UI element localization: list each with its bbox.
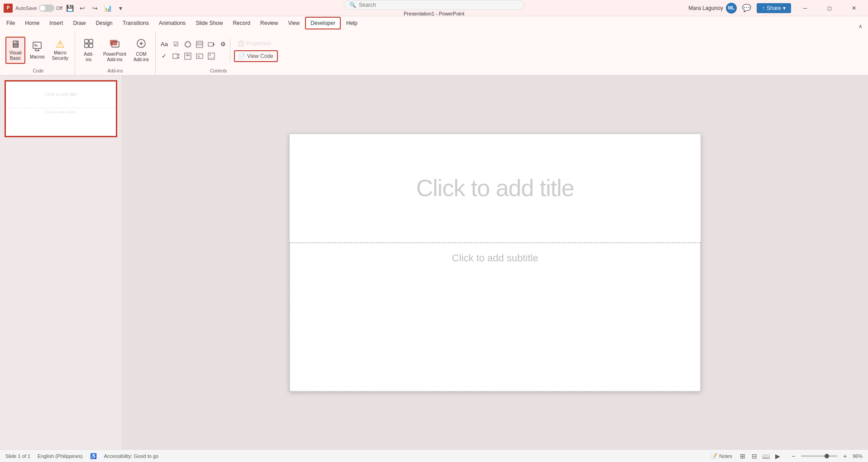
minimize-button[interactable]: ─ [795,0,816,16]
zoom-in-button[interactable]: + [840,451,850,461]
macros-button[interactable]: Macros [27,39,48,62]
ribbon: File Home Insert Draw Design Transitions… [0,16,868,76]
slideshow-button[interactable]: ▶ [773,451,783,461]
checkbox-icon[interactable]: ☑ [171,39,181,49]
search-input[interactable] [359,2,519,8]
toolbar: 🖥 VisualBasic Macros [0,30,868,75]
controls-group-label: Controls [210,68,227,75]
reading-view-button[interactable]: 📖 [761,451,771,461]
addins-group-items: Add-ins PowerPointAdd-ins [79,32,152,68]
close-button[interactable]: ✕ [844,0,864,16]
accessibility-icon: ♿ [90,453,97,459]
svg-text:A: A [198,55,200,58]
combobox-icon[interactable] [206,39,216,49]
autosave-label: AutoSave [15,5,37,11]
spin-button-icon[interactable] [171,51,181,61]
share-button[interactable]: ↑ Share ▾ [757,3,791,13]
toolbar-group-code: 🖥 VisualBasic Macros [2,32,75,75]
zoom-out-button[interactable]: − [788,451,798,461]
menu-transitions[interactable]: Transitions [118,17,153,29]
restore-button[interactable]: ◻ [819,0,840,16]
toggle-knob [40,5,45,11]
share-label: Share [767,5,781,11]
com-add-ins-icon [136,38,147,51]
label-icon[interactable]: A [195,51,205,61]
visual-basic-icon: 🖥 [10,39,20,49]
visual-basic-button[interactable]: 🖥 VisualBasic [5,37,25,64]
code-group-items: 🖥 VisualBasic Macros [5,32,71,68]
menu-file[interactable]: File [2,17,19,29]
zoom-slider[interactable] [801,455,837,457]
menu-design[interactable]: Design [91,17,117,29]
view-buttons: ⊞ ⊟ 📖 ▶ [738,451,783,461]
notes-button[interactable]: 📝 Notes [711,453,732,459]
listbox-icon[interactable] [195,39,205,49]
status-bar: Slide 1 of 1 English (Philippines) ♿ Acc… [0,449,868,462]
view-code-button[interactable]: 📄 View Code [234,50,278,62]
svg-rect-10 [110,40,117,45]
menu-view[interactable]: View [283,17,304,29]
title-bar-left: P AutoSave Off 💾 ↩ ↪ 📊 ▾ [4,4,291,13]
slide-info: Slide 1 of 1 [5,453,30,459]
toggle-button-icon[interactable]: ✓ [159,51,169,61]
properties-label: Properties [246,40,271,47]
autosave-state: Off [56,5,62,11]
more-controls-icon[interactable]: ⚙ [218,39,228,49]
com-add-ins-button[interactable]: COMAdd-ins [131,36,152,64]
svg-rect-8 [85,44,88,48]
undo-icon[interactable]: ↩ [78,4,87,13]
toolbar-group-addins: Add-ins PowerPointAdd-ins [75,32,156,75]
properties-button[interactable]: 📋 Properties [234,38,278,48]
add-ins-button[interactable]: Add-ins [79,36,99,64]
app-icon: P [4,4,13,13]
text-box-icon[interactable]: Aa [159,39,169,49]
menu-slideshow[interactable]: Slide Show [191,17,227,29]
slide-thumbnail-1[interactable]: 1 Click to add title Click to add subtit… [5,80,117,137]
user-avatar: ML [726,3,737,14]
normal-view-button[interactable]: ⊞ [738,451,748,461]
user-initials: ML [728,5,734,10]
notes-label: Notes [719,453,732,459]
ppt-add-ins-label: PowerPointAdd-ins [103,52,126,63]
menu-record[interactable]: Record [228,17,255,29]
macros-label: Macros [30,54,45,60]
menu-help[interactable]: Help [342,17,362,29]
autosave-toggle[interactable] [39,5,54,12]
menu-draw[interactable]: Draw [68,17,90,29]
slide-subtitle-area[interactable]: Click to add subtitle [290,243,701,391]
customize-icon[interactable]: ▾ [116,4,125,13]
macro-security-button[interactable]: ⚠ MacroSecurity [49,38,71,63]
quick-access-toolbar: 💾 ↩ ↪ 📊 ▾ [65,4,125,13]
menu-home[interactable]: Home [20,17,44,29]
search-box[interactable]: 🔍 [343,0,525,10]
com-add-ins-label: COMAdd-ins [134,52,149,63]
save-icon[interactable]: 💾 [65,4,74,13]
menu-bar: File Home Insert Draw Design Transitions… [0,16,868,30]
scrollbar-icon[interactable] [183,51,193,61]
redo-icon[interactable]: ↪ [91,4,100,13]
comment-button[interactable]: 💬 [740,2,753,14]
slides-panel: 1 Click to add title Click to add subtit… [0,76,122,449]
editing-area: Click to add title Click to add subtitle [122,76,868,449]
autosave-area: AutoSave Off [15,5,62,12]
menu-developer[interactable]: Developer [305,17,341,29]
code-group-label: Code [33,68,44,75]
menu-animations[interactable]: Animations [154,17,190,29]
macro-security-label: MacroSecurity [52,50,68,61]
svg-rect-6 [85,39,88,43]
svg-rect-19 [208,43,213,46]
menu-review[interactable]: Review [256,17,282,29]
powerpoint-add-ins-button[interactable]: PowerPointAdd-ins [100,36,129,64]
option-button-icon[interactable] [183,39,193,49]
macro-security-icon: ⚠ [56,39,65,49]
ppt-add-ins-icon [109,38,120,51]
ribbon-collapse-button[interactable]: ∧ [858,23,863,29]
controls-group-items: Aa ☑ ⚙ ✓ [159,32,278,68]
image-icon[interactable] [206,51,216,61]
slide-sorter-button[interactable]: ⊟ [749,451,759,461]
search-icon: 🔍 [349,2,356,8]
menu-insert[interactable]: Insert [45,17,67,29]
slide-subtitle-placeholder: Click to add subtitle [452,252,539,264]
present-icon[interactable]: 📊 [103,4,112,13]
slide-title-area[interactable]: Click to add title [290,134,701,243]
